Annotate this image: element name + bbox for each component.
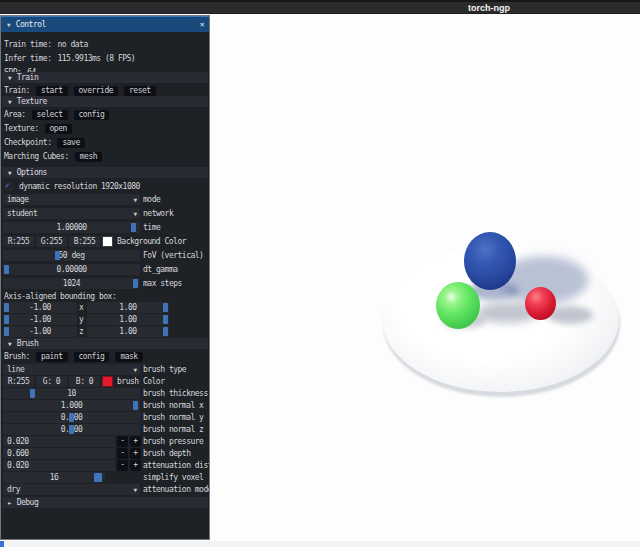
attenuation-distance-input[interactable]: 0.020 [3,460,115,471]
window-titlebar[interactable]: torch-ngp [0,0,640,14]
slider-grab[interactable] [30,389,35,398]
attenuation-distance-label: attenuation distan [143,460,209,471]
slider-grab[interactable] [133,401,138,410]
minus-button[interactable]: - [117,436,128,447]
train-section-header[interactable]: ▼ Train [2,72,208,83]
brush-red-field[interactable]: R:255 [3,376,34,387]
override-button[interactable]: override [74,86,119,96]
chevron-down-icon: ▼ [133,194,137,205]
background-color-swatch[interactable] [102,236,113,247]
slider-grab[interactable] [163,327,168,336]
slider-grab[interactable] [4,315,9,324]
simplify-voxel-slider[interactable]: 16 [3,472,105,483]
brush-normal-z-slider[interactable]: 0.000 [3,424,140,435]
slider-grab[interactable] [4,265,9,274]
bbox-z-min-slider[interactable]: -1.00 [3,326,77,337]
bbox-z-max-slider[interactable]: 1.00 [87,326,169,337]
plus-button[interactable]: + [130,436,141,447]
max-steps-slider[interactable]: 1024 [3,278,140,289]
bg-green-field[interactable]: G:255 [36,236,67,247]
brush-depth-input[interactable]: 0.600 [3,448,115,459]
bottom-left-window-fragment [0,541,4,547]
slider-grab[interactable] [94,473,102,482]
start-button[interactable]: start [36,86,68,96]
render-viewport[interactable] [211,14,640,541]
brush-green-field[interactable]: G: 0 [36,376,67,387]
slider-grab[interactable] [55,251,60,260]
bg-red-field[interactable]: R:255 [3,236,34,247]
brush-label: Brush: [4,352,30,361]
brush-type-combo[interactable]: line ▼ [3,364,140,375]
brush-normal-z-label: brush normal z [143,424,203,435]
max-steps-row: 1024 max steps [1,278,209,289]
bbox-y-axis-label: y [79,314,83,325]
brush-depth-label: brush depth [143,448,190,459]
brush-thickness-slider[interactable]: 10 [3,388,140,399]
brush-green-value: G: 0 [36,376,67,387]
green-sphere [436,282,480,329]
minus-button[interactable]: - [117,460,128,471]
brush-thickness-row: 10 brush thickness [1,388,209,399]
slider-grab[interactable] [4,327,9,336]
texture-open-button[interactable]: open [45,124,72,134]
network-combo[interactable]: student ▼ [3,208,140,219]
area-label: Area: [4,110,26,119]
dynamic-resolution-checkbox[interactable]: ✓ [4,182,13,191]
brush-normal-x-row: 1.000 brush normal x [1,400,209,411]
window-title: torch-ngp [468,3,510,13]
slider-grab[interactable] [4,303,9,312]
area-config-button[interactable]: config [74,110,110,120]
collapse-arrow-icon: ▼ [8,340,12,347]
brush-buttons-row: Brush: paint config mask [1,351,209,362]
bbox-x-row: -1.00 x 1.00 [1,302,209,313]
collapse-arrow-icon[interactable]: ▼ [7,21,11,28]
chevron-down-icon: ▼ [133,484,137,495]
reset-button[interactable]: reset [124,86,156,96]
brush-pressure-input[interactable]: 0.020 [3,436,115,447]
brush-blue-field[interactable]: B: 0 [69,376,100,387]
bbox-x-max-slider[interactable]: 1.00 [87,302,169,313]
checkpoint-save-button[interactable]: save [57,138,84,148]
slider-grab[interactable] [69,425,74,434]
paint-button[interactable]: paint [36,352,68,362]
plus-button[interactable]: + [130,448,141,459]
options-section-header[interactable]: ▼ Options [2,167,208,178]
attenuation-mode-value: dry [7,484,20,495]
slider-grab[interactable] [133,279,138,288]
marching-cubes-mesh-button[interactable]: mesh [75,152,102,162]
simplify-voxel-label: simplify voxel [143,472,203,483]
mode-combo[interactable]: image ▼ [3,194,140,205]
mode-label: mode [143,194,160,205]
brush-normal-x-slider[interactable]: 1.000 [3,400,140,411]
bg-blue-field[interactable]: B:255 [69,236,100,247]
bbox-y-max-slider[interactable]: 1.00 [87,314,169,325]
slider-grab[interactable] [69,413,74,422]
texture-section-header[interactable]: ▼ Texture [2,96,208,107]
brush-thickness-label: brush thickness [143,388,208,399]
fov-slider[interactable]: 50 deg [3,250,140,261]
dt-gamma-slider[interactable]: 0.00000 [3,264,140,275]
mask-button[interactable]: mask [115,352,142,362]
time-slider[interactable]: 1.00000 [3,222,140,233]
bbox-y-min-slider[interactable]: -1.00 [3,314,77,325]
brush-color-swatch[interactable] [102,376,113,387]
plus-button[interactable]: + [130,460,141,471]
attenuation-distance-row: 0.020 - + attenuation distan [1,460,209,471]
close-icon[interactable]: ✕ [200,20,204,29]
bbox-z-row: -1.00 z 1.00 [1,326,209,337]
bbox-x-min-slider[interactable]: -1.00 [3,302,77,313]
attenuation-mode-combo[interactable]: dry ▼ [3,484,140,495]
area-select-button[interactable]: select [32,110,68,120]
train-time-row: Train time: no data [1,39,209,50]
minus-button[interactable]: - [117,448,128,459]
debug-header-label: Debug [17,498,39,507]
slider-grab[interactable] [163,315,168,324]
slider-grab[interactable] [163,303,168,312]
debug-section-header[interactable]: ► Debug [2,497,208,508]
brush-normal-y-slider[interactable]: 0.000 [3,412,140,423]
brush-section-header[interactable]: ▼ Brush [2,338,208,349]
brush-config-button[interactable]: config [74,352,110,362]
slider-grab[interactable] [131,223,136,232]
control-window-titlebar[interactable]: ▼ Control ✕ [1,16,209,32]
mode-value: image [7,194,29,205]
